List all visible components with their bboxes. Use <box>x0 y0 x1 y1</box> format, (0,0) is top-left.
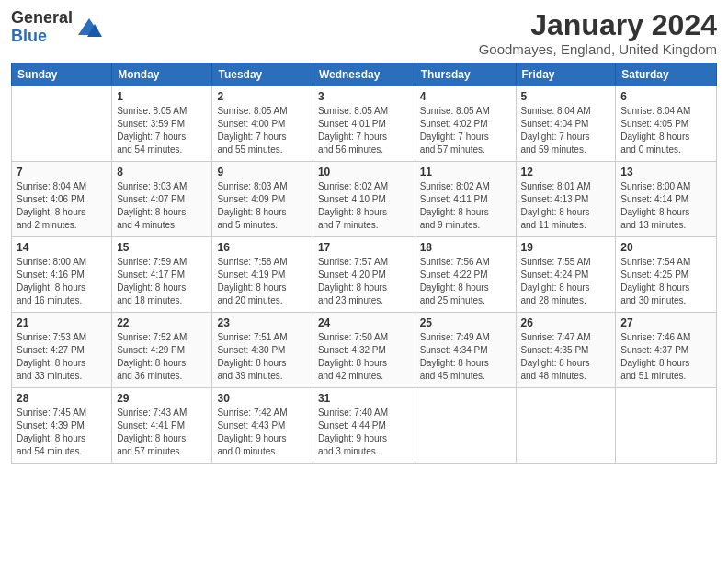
day-number: 26 <box>521 316 611 329</box>
calendar-cell: 13Sunrise: 8:00 AMSunset: 4:14 PMDayligh… <box>616 162 717 237</box>
day-number: 9 <box>217 166 307 178</box>
calendar-cell: 12Sunrise: 8:01 AMSunset: 4:13 PMDayligh… <box>516 162 616 237</box>
calendar-cell: 22Sunrise: 7:52 AMSunset: 4:29 PMDayligh… <box>112 313 212 388</box>
day-header-saturday: Saturday <box>616 63 717 86</box>
week-row-5: 28Sunrise: 7:45 AMSunset: 4:39 PMDayligh… <box>12 388 717 464</box>
day-info: Sunrise: 7:51 AMSunset: 4:30 PMDaylight:… <box>217 331 307 383</box>
day-info: Sunrise: 7:57 AMSunset: 4:20 PMDaylight:… <box>318 256 410 307</box>
day-info: Sunrise: 7:59 AMSunset: 4:17 PMDaylight:… <box>117 256 207 307</box>
calendar-cell: 17Sunrise: 7:57 AMSunset: 4:20 PMDayligh… <box>313 237 415 313</box>
day-number: 17 <box>318 241 410 254</box>
calendar-cell: 6Sunrise: 8:04 AMSunset: 4:05 PMDaylight… <box>616 86 717 162</box>
day-number: 28 <box>17 392 107 405</box>
day-header-wednesday: Wednesday <box>313 63 415 86</box>
day-info: Sunrise: 8:04 AMSunset: 4:05 PMDaylight:… <box>620 105 711 156</box>
calendar-cell: 7Sunrise: 8:04 AMSunset: 4:06 PMDaylight… <box>12 162 112 237</box>
calendar-cell: 20Sunrise: 7:54 AMSunset: 4:25 PMDayligh… <box>616 237 717 313</box>
day-number: 16 <box>217 241 307 254</box>
calendar-cell: 29Sunrise: 7:43 AMSunset: 4:41 PMDayligh… <box>112 388 212 464</box>
calendar-cell: 10Sunrise: 8:02 AMSunset: 4:10 PMDayligh… <box>313 162 415 237</box>
week-row-4: 21Sunrise: 7:53 AMSunset: 4:27 PMDayligh… <box>12 313 717 388</box>
day-info: Sunrise: 7:49 AMSunset: 4:34 PMDaylight:… <box>420 331 511 383</box>
calendar-cell: 31Sunrise: 7:40 AMSunset: 4:44 PMDayligh… <box>313 388 415 464</box>
day-number: 4 <box>420 90 511 103</box>
calendar-cell: 1Sunrise: 8:05 AMSunset: 3:59 PMDaylight… <box>112 86 212 162</box>
day-info: Sunrise: 8:00 AMSunset: 4:16 PMDaylight:… <box>17 256 107 307</box>
day-info: Sunrise: 8:02 AMSunset: 4:11 PMDaylight:… <box>420 180 511 232</box>
header: General Blue January 2024 Goodmayes, Eng… <box>11 9 717 57</box>
day-number: 25 <box>420 316 511 329</box>
week-row-2: 7Sunrise: 8:04 AMSunset: 4:06 PMDaylight… <box>12 162 717 237</box>
day-number: 15 <box>117 241 207 254</box>
calendar-cell: 16Sunrise: 7:58 AMSunset: 4:19 PMDayligh… <box>212 237 313 313</box>
calendar-cell: 30Sunrise: 7:42 AMSunset: 4:43 PMDayligh… <box>212 388 313 464</box>
day-info: Sunrise: 8:03 AMSunset: 4:07 PMDaylight:… <box>117 180 207 232</box>
logo: General Blue <box>11 9 102 46</box>
day-info: Sunrise: 8:05 AMSunset: 4:02 PMDaylight:… <box>420 105 511 156</box>
calendar-cell: 2Sunrise: 8:05 AMSunset: 4:00 PMDaylight… <box>212 86 313 162</box>
calendar-cell: 23Sunrise: 7:51 AMSunset: 4:30 PMDayligh… <box>212 313 313 388</box>
calendar-cell: 19Sunrise: 7:55 AMSunset: 4:24 PMDayligh… <box>516 237 616 313</box>
calendar-cell: 28Sunrise: 7:45 AMSunset: 4:39 PMDayligh… <box>12 388 112 464</box>
day-number: 20 <box>620 241 711 254</box>
day-info: Sunrise: 7:55 AMSunset: 4:24 PMDaylight:… <box>521 256 611 307</box>
day-info: Sunrise: 8:04 AMSunset: 4:06 PMDaylight:… <box>17 180 107 232</box>
day-number: 10 <box>318 166 410 178</box>
day-number: 12 <box>521 166 611 178</box>
day-header-tuesday: Tuesday <box>212 63 313 86</box>
day-info: Sunrise: 8:01 AMSunset: 4:13 PMDaylight:… <box>521 180 611 232</box>
calendar-cell <box>616 388 717 464</box>
day-info: Sunrise: 8:05 AMSunset: 4:01 PMDaylight:… <box>318 105 410 156</box>
day-info: Sunrise: 8:00 AMSunset: 4:14 PMDaylight:… <box>620 180 711 232</box>
day-number: 22 <box>117 316 207 329</box>
calendar-header-row: SundayMondayTuesdayWednesdayThursdayFrid… <box>12 63 717 86</box>
day-info: Sunrise: 7:53 AMSunset: 4:27 PMDaylight:… <box>17 331 107 383</box>
location: Goodmayes, England, United Kingdom <box>479 41 717 57</box>
day-header-monday: Monday <box>112 63 212 86</box>
calendar-cell: 26Sunrise: 7:47 AMSunset: 4:35 PMDayligh… <box>516 313 616 388</box>
calendar-cell: 25Sunrise: 7:49 AMSunset: 4:34 PMDayligh… <box>415 313 516 388</box>
day-info: Sunrise: 8:05 AMSunset: 4:00 PMDaylight:… <box>217 105 307 156</box>
logo-icon <box>76 15 102 40</box>
calendar-cell: 27Sunrise: 7:46 AMSunset: 4:37 PMDayligh… <box>616 313 717 388</box>
day-info: Sunrise: 7:45 AMSunset: 4:39 PMDaylight:… <box>17 407 107 458</box>
day-info: Sunrise: 7:58 AMSunset: 4:19 PMDaylight:… <box>217 256 307 307</box>
calendar-cell <box>415 388 516 464</box>
week-row-3: 14Sunrise: 8:00 AMSunset: 4:16 PMDayligh… <box>12 237 717 313</box>
calendar-cell: 11Sunrise: 8:02 AMSunset: 4:11 PMDayligh… <box>415 162 516 237</box>
day-number: 18 <box>420 241 511 254</box>
day-number: 2 <box>217 90 307 103</box>
calendar-table: SundayMondayTuesdayWednesdayThursdayFrid… <box>11 63 717 464</box>
calendar-cell: 5Sunrise: 8:04 AMSunset: 4:04 PMDaylight… <box>516 86 616 162</box>
logo-general: General <box>11 9 73 28</box>
calendar-cell: 21Sunrise: 7:53 AMSunset: 4:27 PMDayligh… <box>12 313 112 388</box>
day-number: 19 <box>521 241 611 254</box>
week-row-1: 1Sunrise: 8:05 AMSunset: 3:59 PMDaylight… <box>12 86 717 162</box>
day-info: Sunrise: 8:04 AMSunset: 4:04 PMDaylight:… <box>521 105 611 156</box>
calendar-cell: 18Sunrise: 7:56 AMSunset: 4:22 PMDayligh… <box>415 237 516 313</box>
day-number: 7 <box>17 166 107 178</box>
calendar-cell: 9Sunrise: 8:03 AMSunset: 4:09 PMDaylight… <box>212 162 313 237</box>
day-header-sunday: Sunday <box>12 63 112 86</box>
day-number: 13 <box>620 166 711 178</box>
calendar-cell <box>12 86 112 162</box>
day-info: Sunrise: 7:40 AMSunset: 4:44 PMDaylight:… <box>318 407 410 458</box>
day-info: Sunrise: 7:46 AMSunset: 4:37 PMDaylight:… <box>620 331 711 383</box>
day-number: 21 <box>17 316 107 329</box>
day-info: Sunrise: 7:54 AMSunset: 4:25 PMDaylight:… <box>620 256 711 307</box>
page: General Blue January 2024 Goodmayes, Eng… <box>0 0 728 563</box>
day-number: 31 <box>318 392 410 405</box>
calendar-cell: 8Sunrise: 8:03 AMSunset: 4:07 PMDaylight… <box>112 162 212 237</box>
calendar-cell: 4Sunrise: 8:05 AMSunset: 4:02 PMDaylight… <box>415 86 516 162</box>
calendar-cell: 14Sunrise: 8:00 AMSunset: 4:16 PMDayligh… <box>12 237 112 313</box>
calendar-cell: 3Sunrise: 8:05 AMSunset: 4:01 PMDaylight… <box>313 86 415 162</box>
day-number: 24 <box>318 316 410 329</box>
day-number: 14 <box>17 241 107 254</box>
day-number: 30 <box>217 392 307 405</box>
calendar-cell: 15Sunrise: 7:59 AMSunset: 4:17 PMDayligh… <box>112 237 212 313</box>
month-title: January 2024 <box>479 9 717 41</box>
day-number: 1 <box>117 90 207 103</box>
day-info: Sunrise: 7:52 AMSunset: 4:29 PMDaylight:… <box>117 331 207 383</box>
calendar-cell <box>516 388 616 464</box>
day-info: Sunrise: 7:50 AMSunset: 4:32 PMDaylight:… <box>318 331 410 383</box>
